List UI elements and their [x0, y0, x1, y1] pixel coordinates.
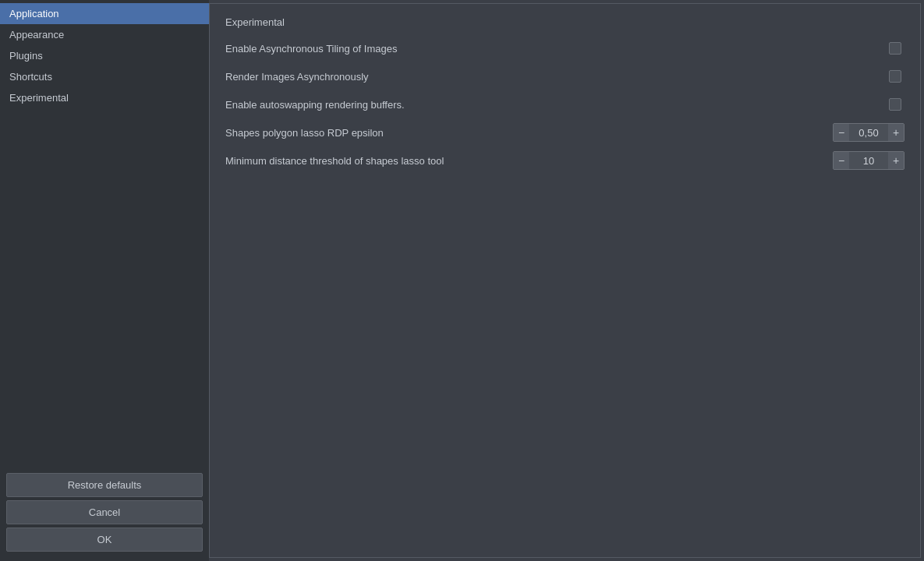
sidebar-spacer: [0, 108, 209, 467]
sidebar-buttons: Restore defaults Cancel OK: [0, 467, 209, 558]
settings-row-render-async: Render Images Asynchronously: [225, 67, 905, 86]
content-area: Experimental Enable Asynchronous Tiling …: [209, 3, 921, 558]
spinbox-value-rdp-epsilon[interactable]: [849, 127, 888, 139]
sidebar-item-plugins[interactable]: Plugins: [0, 45, 209, 66]
settings-row-autoswap: Enable autoswapping rendering buffers.: [225, 95, 905, 114]
settings-rows: Enable Asynchronous Tiling of ImagesRend…: [225, 39, 905, 179]
section-title: Experimental: [225, 16, 905, 28]
spinbox-decrement-rdp-epsilon[interactable]: −: [834, 123, 849, 142]
main-container: ApplicationAppearancePluginsShortcutsExp…: [0, 0, 924, 561]
sidebar-item-appearance[interactable]: Appearance: [0, 24, 209, 45]
settings-row-rdp-epsilon: Shapes polygon lasso RDP epsilon−+: [225, 123, 905, 142]
settings-row-min-distance: Minimum distance threshold of shapes las…: [225, 151, 905, 170]
checkbox-render-async[interactable]: [889, 70, 901, 83]
settings-label-async-tiling: Enable Asynchronous Tiling of Images: [225, 43, 889, 55]
settings-label-min-distance: Minimum distance threshold of shapes las…: [225, 155, 833, 167]
spinbox-rdp-epsilon: −+: [833, 123, 905, 142]
sidebar-item-application[interactable]: Application: [0, 3, 209, 24]
sidebar-items: ApplicationAppearancePluginsShortcutsExp…: [0, 3, 209, 108]
settings-label-rdp-epsilon: Shapes polygon lasso RDP epsilon: [225, 127, 833, 139]
checkbox-async-tiling[interactable]: [889, 42, 901, 55]
settings-row-async-tiling: Enable Asynchronous Tiling of Images: [225, 39, 905, 58]
cancel-button[interactable]: Cancel: [6, 500, 203, 524]
sidebar-item-experimental[interactable]: Experimental: [0, 87, 209, 108]
settings-label-render-async: Render Images Asynchronously: [225, 71, 889, 83]
restore-defaults-button[interactable]: Restore defaults: [6, 473, 203, 497]
ok-button[interactable]: OK: [6, 527, 203, 552]
spinbox-min-distance: −+: [833, 151, 905, 170]
spinbox-increment-rdp-epsilon[interactable]: +: [888, 123, 904, 142]
spinbox-decrement-min-distance[interactable]: −: [834, 151, 849, 170]
checkbox-autoswap[interactable]: [889, 98, 901, 111]
settings-label-autoswap: Enable autoswapping rendering buffers.: [225, 99, 889, 111]
sidebar: ApplicationAppearancePluginsShortcutsExp…: [0, 0, 209, 561]
sidebar-item-shortcuts[interactable]: Shortcuts: [0, 66, 209, 87]
spinbox-value-min-distance[interactable]: [849, 155, 888, 167]
spinbox-increment-min-distance[interactable]: +: [888, 151, 904, 170]
